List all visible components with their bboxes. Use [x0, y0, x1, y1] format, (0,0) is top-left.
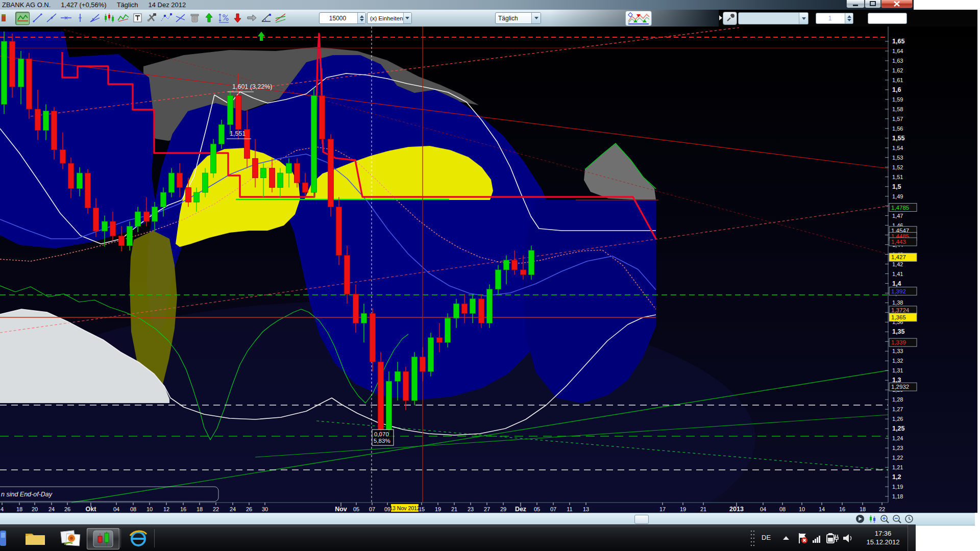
crossed-lines-icon[interactable] [174, 12, 187, 24]
svg-text:1,55: 1,55 [892, 135, 904, 142]
photo-viewer-icon[interactable] [57, 528, 84, 548]
language-label: DE [762, 534, 771, 541]
svg-text:19: 19 [680, 506, 686, 512]
svg-text:1,65: 1,65 [892, 38, 904, 45]
timeframe-dropdown-arrow[interactable] [531, 13, 541, 23]
amount-spin-buttons[interactable] [357, 13, 365, 23]
clock-time: 17:36 [862, 529, 904, 538]
horizontal-line-icon[interactable] [59, 12, 72, 24]
taskbar-separator [120, 529, 121, 547]
svg-text:05: 05 [534, 506, 540, 512]
units-dropdown[interactable]: (x) Einheiten [367, 12, 412, 24]
zoom-out-icon[interactable] [892, 514, 901, 523]
svg-text:1,31: 1,31 [892, 367, 903, 373]
panel-input[interactable] [868, 13, 907, 24]
svg-text:1,24: 1,24 [892, 435, 903, 441]
svg-text:08: 08 [779, 506, 786, 512]
trendline-icon[interactable] [45, 12, 58, 24]
svg-text:1,4785: 1,4785 [891, 205, 909, 211]
chart-area[interactable]: 1,601 (3,22%)1,5510,0705,83%n sind End-o… [0, 27, 977, 513]
indicator-chart-button[interactable] [625, 11, 652, 26]
scrollbar-handle[interactable] [634, 515, 649, 524]
svg-text:24: 24 [48, 506, 55, 512]
zigzag-icon[interactable] [116, 12, 130, 24]
text-tool-icon[interactable] [131, 12, 144, 24]
svg-text:1,601 (3,22%): 1,601 (3,22%) [232, 83, 273, 90]
clock-date: 15.12.2012 [862, 538, 904, 546]
amount-spinner[interactable]: 15000 [319, 12, 366, 24]
panel-spin-buttons[interactable] [845, 13, 853, 23]
arrow-up-icon[interactable] [202, 12, 215, 24]
svg-text:n sind End-of-Day: n sind End-of-Day [1, 491, 53, 498]
network-signal-icon[interactable] [813, 534, 822, 545]
chart-scrollbar[interactable] [0, 513, 975, 525]
play-arrow-icon[interactable] [855, 514, 865, 523]
svg-text:26: 26 [246, 506, 252, 512]
arrow-down-icon[interactable] [231, 12, 244, 24]
trash-icon[interactable] [188, 12, 201, 24]
clipped-tool-icon[interactable] [1, 12, 14, 24]
svg-text:16: 16 [180, 506, 186, 512]
arrow-right-icon[interactable] [245, 12, 258, 24]
svg-text:1,2932: 1,2932 [891, 384, 909, 390]
show-desktop-button[interactable] [908, 524, 916, 551]
dotted-polyline-icon[interactable] [159, 12, 173, 24]
battery-plug-icon[interactable] [826, 533, 839, 546]
multi-trend-icon[interactable] [274, 12, 287, 24]
percent-measure-icon[interactable] [216, 12, 230, 24]
svg-text:1,57: 1,57 [892, 116, 903, 122]
explorer-folder-icon[interactable] [22, 528, 48, 548]
point-trendline-icon[interactable] [31, 12, 44, 24]
svg-text:1,32: 1,32 [892, 358, 903, 364]
svg-text:1,21: 1,21 [892, 464, 903, 470]
drawing-toolbar: 15000 (x) Einheiten Täglich [0, 10, 719, 27]
symbol-search-arrow[interactable] [799, 13, 808, 24]
title-bar: ZBANK AG O.N. 1,427 (+0,56%) Täglich 14 … [0, 0, 914, 10]
clock[interactable]: 17:36 15.12.2012 [862, 529, 904, 546]
action-center-flag-icon[interactable] [797, 532, 808, 546]
svg-text:26: 26 [64, 506, 70, 512]
amount-value: 15000 [329, 15, 348, 22]
panel-arrow-icon [719, 15, 723, 21]
minimize-button[interactable] [846, 0, 865, 8]
svg-text:1,49: 1,49 [892, 193, 903, 199]
history-clock-icon[interactable] [904, 514, 914, 523]
svg-text:1,18: 1,18 [892, 493, 903, 499]
timeframe-dropdown[interactable]: Täglich [495, 12, 541, 24]
svg-text:1,392: 1,392 [891, 288, 906, 294]
chart-mode-icon[interactable] [15, 12, 30, 25]
wrench-button[interactable] [723, 12, 737, 25]
internet-explorer-icon[interactable] [124, 528, 153, 548]
chart-app-taskbar-button[interactable] [87, 528, 119, 549]
svg-text:24: 24 [230, 506, 236, 512]
scrollbar-buttons [855, 514, 914, 523]
maximize-button[interactable] [865, 0, 881, 8]
zoom-in-icon[interactable] [880, 514, 889, 523]
title-date: 14 Dez 2012 [149, 1, 186, 9]
svg-text:05: 05 [353, 506, 359, 512]
maximize-icon [865, 0, 880, 8]
mini-candles-icon[interactable] [102, 12, 115, 24]
speaker-icon[interactable] [842, 533, 854, 546]
close-button[interactable] [881, 0, 913, 8]
start-fragment-icon[interactable] [0, 528, 7, 548]
svg-text:1,64: 1,64 [892, 48, 903, 54]
tray-grip[interactable] [750, 529, 756, 549]
svg-text:04: 04 [113, 506, 119, 512]
language-indicator[interactable]: DE [762, 534, 771, 541]
instrument-quote: 1,427 (+0,56%) [61, 1, 106, 9]
angle-tool-icon[interactable] [259, 12, 273, 24]
svg-text:4: 4 [1, 506, 4, 512]
units-dropdown-arrow[interactable] [403, 13, 411, 23]
svg-text:1,19: 1,19 [892, 484, 903, 490]
vertical-line-icon[interactable] [74, 12, 87, 24]
tools-settings-icon[interactable] [145, 12, 158, 24]
symbol-search-box[interactable] [738, 12, 808, 24]
panel-spinner[interactable]: 1 [816, 13, 853, 24]
price-axis: 1,181,191,21,211,221,231,241,251,261,271… [885, 27, 904, 503]
hidden-icons-arrow[interactable] [783, 536, 789, 540]
svg-text:0,070: 0,070 [374, 431, 389, 437]
fan-lines-icon[interactable] [88, 12, 101, 24]
candle-chart-icon[interactable] [868, 514, 877, 523]
svg-text:08: 08 [130, 506, 136, 512]
